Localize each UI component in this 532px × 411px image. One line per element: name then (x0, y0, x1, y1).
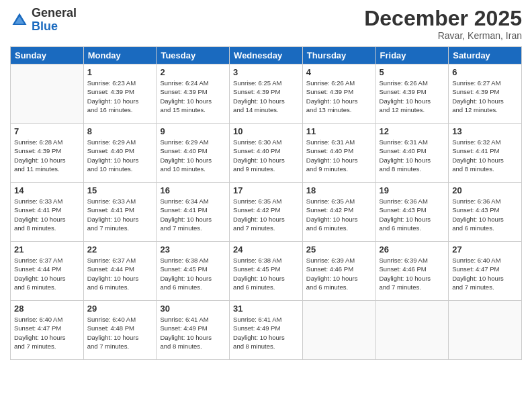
calendar-day-header: Thursday (302, 47, 375, 64)
day-number: 23 (160, 244, 226, 255)
day-number: 5 (380, 67, 445, 77)
calendar-day-cell: 15Sunrise: 6:33 AMSunset: 4:41 PMDayligh… (83, 183, 157, 242)
calendar-header-row: SundayMondayTuesdayWednesdayThursdayFrid… (11, 47, 522, 64)
day-number: 31 (233, 304, 299, 314)
calendar-day-cell (449, 301, 522, 360)
calendar-day-cell: 30Sunrise: 6:41 AMSunset: 4:49 PMDayligh… (157, 301, 230, 360)
calendar-week-row: 21Sunrise: 6:37 AMSunset: 4:44 PMDayligh… (11, 242, 522, 301)
title-block: December 2025 Ravar, Kerman, Iran (364, 7, 522, 41)
day-number: 9 (160, 126, 226, 136)
calendar-day-header: Tuesday (157, 47, 230, 64)
day-info: Sunrise: 6:39 AMSunset: 4:46 PMDaylight:… (306, 256, 372, 291)
calendar-day-cell: 27Sunrise: 6:40 AMSunset: 4:47 PMDayligh… (449, 242, 522, 301)
calendar-day-cell: 5Sunrise: 6:26 AMSunset: 4:39 PMDaylight… (375, 64, 449, 124)
day-info: Sunrise: 6:33 AMSunset: 4:41 PMDaylight:… (14, 197, 80, 232)
calendar-day-cell: 4Sunrise: 6:26 AMSunset: 4:39 PMDaylight… (302, 64, 375, 124)
calendar-day-cell: 10Sunrise: 6:30 AMSunset: 4:40 PMDayligh… (230, 124, 303, 183)
day-number: 21 (14, 244, 80, 255)
calendar-day-cell: 1Sunrise: 6:23 AMSunset: 4:39 PMDaylight… (83, 64, 157, 124)
calendar-table: SundayMondayTuesdayWednesdayThursdayFrid… (10, 46, 522, 360)
calendar-day-cell: 21Sunrise: 6:37 AMSunset: 4:44 PMDayligh… (11, 242, 84, 301)
day-info: Sunrise: 6:40 AMSunset: 4:48 PMDaylight:… (87, 315, 153, 351)
calendar-day-cell: 9Sunrise: 6:29 AMSunset: 4:40 PMDaylight… (157, 124, 230, 183)
day-info: Sunrise: 6:31 AMSunset: 4:40 PMDaylight:… (306, 138, 372, 173)
day-number: 26 (380, 244, 445, 255)
day-info: Sunrise: 6:24 AMSunset: 4:39 PMDaylight:… (160, 79, 226, 114)
day-number: 20 (452, 185, 518, 195)
calendar-day-cell: 12Sunrise: 6:31 AMSunset: 4:40 PMDayligh… (375, 124, 449, 183)
day-info: Sunrise: 6:35 AMSunset: 4:42 PMDaylight:… (233, 197, 299, 232)
calendar-day-cell: 29Sunrise: 6:40 AMSunset: 4:48 PMDayligh… (83, 301, 157, 360)
day-info: Sunrise: 6:35 AMSunset: 4:42 PMDaylight:… (306, 197, 372, 232)
calendar-day-cell: 7Sunrise: 6:28 AMSunset: 4:39 PMDaylight… (11, 124, 84, 183)
logo-icon (10, 11, 29, 30)
day-number: 30 (160, 304, 226, 314)
day-number: 14 (14, 185, 80, 195)
calendar-day-cell: 23Sunrise: 6:38 AMSunset: 4:45 PMDayligh… (157, 242, 230, 301)
day-info: Sunrise: 6:28 AMSunset: 4:39 PMDaylight:… (14, 138, 80, 173)
calendar-day-header: Wednesday (230, 47, 303, 64)
calendar-day-cell: 11Sunrise: 6:31 AMSunset: 4:40 PMDayligh… (302, 124, 375, 183)
day-info: Sunrise: 6:41 AMSunset: 4:49 PMDaylight:… (160, 315, 226, 351)
calendar-day-cell: 18Sunrise: 6:35 AMSunset: 4:42 PMDayligh… (302, 183, 375, 242)
day-number: 2 (160, 67, 226, 77)
day-number: 4 (306, 67, 372, 77)
day-info: Sunrise: 6:30 AMSunset: 4:40 PMDaylight:… (233, 138, 299, 173)
day-info: Sunrise: 6:26 AMSunset: 4:39 PMDaylight:… (306, 79, 372, 114)
day-number: 19 (380, 185, 445, 195)
day-number: 15 (87, 185, 153, 195)
day-number: 6 (452, 67, 518, 77)
page: General Blue December 2025 Ravar, Kerman… (0, 0, 532, 411)
day-number: 8 (87, 126, 153, 136)
day-info: Sunrise: 6:38 AMSunset: 4:45 PMDaylight:… (233, 256, 299, 291)
calendar-day-cell: 24Sunrise: 6:38 AMSunset: 4:45 PMDayligh… (230, 242, 303, 301)
calendar-day-cell: 31Sunrise: 6:41 AMSunset: 4:49 PMDayligh… (230, 301, 303, 360)
calendar-day-header: Sunday (11, 47, 84, 64)
day-info: Sunrise: 6:25 AMSunset: 4:39 PMDaylight:… (233, 79, 299, 114)
calendar-day-cell: 25Sunrise: 6:39 AMSunset: 4:46 PMDayligh… (302, 242, 375, 301)
day-info: Sunrise: 6:26 AMSunset: 4:39 PMDaylight:… (380, 79, 445, 114)
day-info: Sunrise: 6:40 AMSunset: 4:47 PMDaylight:… (14, 315, 80, 351)
day-number: 18 (306, 185, 372, 195)
day-info: Sunrise: 6:36 AMSunset: 4:43 PMDaylight:… (380, 197, 445, 232)
day-number: 22 (87, 244, 153, 255)
day-info: Sunrise: 6:27 AMSunset: 4:39 PMDaylight:… (452, 79, 518, 114)
calendar-day-header: Saturday (449, 47, 522, 64)
month-title: December 2025 (364, 7, 522, 30)
day-number: 16 (160, 185, 226, 195)
calendar-day-cell: 19Sunrise: 6:36 AMSunset: 4:43 PMDayligh… (375, 183, 449, 242)
day-number: 7 (14, 126, 80, 136)
day-number: 11 (306, 126, 372, 136)
day-info: Sunrise: 6:34 AMSunset: 4:41 PMDaylight:… (160, 197, 226, 232)
day-number: 1 (87, 67, 153, 77)
day-number: 13 (452, 126, 518, 136)
day-number: 25 (306, 244, 372, 255)
calendar-week-row: 1Sunrise: 6:23 AMSunset: 4:39 PMDaylight… (11, 64, 522, 124)
day-info: Sunrise: 6:38 AMSunset: 4:45 PMDaylight:… (160, 256, 226, 291)
day-number: 17 (233, 185, 299, 195)
calendar-day-cell: 17Sunrise: 6:35 AMSunset: 4:42 PMDayligh… (230, 183, 303, 242)
calendar-day-cell (11, 64, 84, 124)
day-info: Sunrise: 6:29 AMSunset: 4:40 PMDaylight:… (160, 138, 226, 173)
calendar-week-row: 28Sunrise: 6:40 AMSunset: 4:47 PMDayligh… (11, 301, 522, 360)
day-number: 12 (380, 126, 445, 136)
calendar-day-cell: 14Sunrise: 6:33 AMSunset: 4:41 PMDayligh… (11, 183, 84, 242)
day-number: 29 (87, 304, 153, 314)
day-number: 28 (14, 304, 80, 314)
day-info: Sunrise: 6:23 AMSunset: 4:39 PMDaylight:… (87, 79, 153, 114)
day-info: Sunrise: 6:41 AMSunset: 4:49 PMDaylight:… (233, 315, 299, 351)
location-subtitle: Ravar, Kerman, Iran (364, 30, 522, 41)
day-info: Sunrise: 6:40 AMSunset: 4:47 PMDaylight:… (452, 256, 518, 291)
calendar-day-header: Friday (375, 47, 449, 64)
calendar-day-cell (375, 301, 449, 360)
calendar-day-cell: 2Sunrise: 6:24 AMSunset: 4:39 PMDaylight… (157, 64, 230, 124)
calendar-day-cell: 26Sunrise: 6:39 AMSunset: 4:46 PMDayligh… (375, 242, 449, 301)
header: General Blue December 2025 Ravar, Kerman… (10, 7, 522, 41)
day-number: 24 (233, 244, 299, 255)
logo-text: General Blue (32, 7, 77, 34)
calendar-day-cell: 8Sunrise: 6:29 AMSunset: 4:40 PMDaylight… (83, 124, 157, 183)
day-number: 3 (233, 67, 299, 77)
day-info: Sunrise: 6:36 AMSunset: 4:43 PMDaylight:… (452, 197, 518, 232)
calendar-day-cell: 22Sunrise: 6:37 AMSunset: 4:44 PMDayligh… (83, 242, 157, 301)
day-info: Sunrise: 6:29 AMSunset: 4:40 PMDaylight:… (87, 138, 153, 173)
